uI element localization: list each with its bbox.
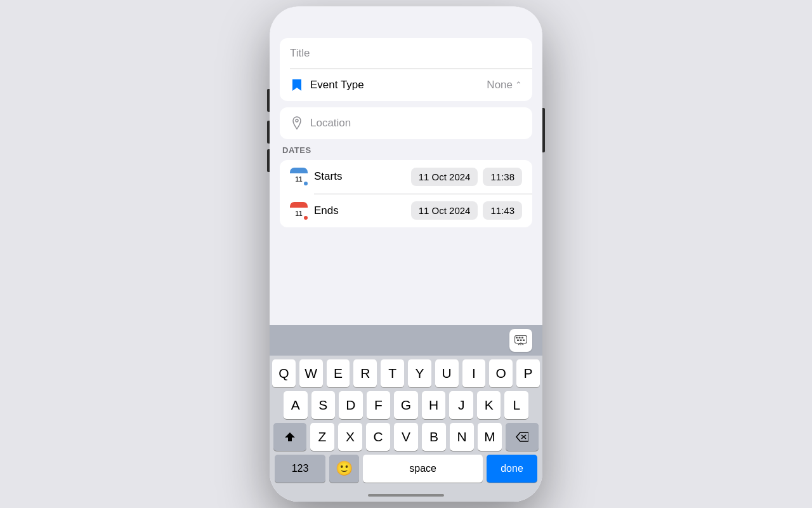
starts-date-buttons: 11 Oct 2024 11:38 bbox=[411, 168, 522, 186]
keyboard-row-1: Q W E R T Y U I O P bbox=[272, 359, 540, 387]
starts-label: Starts bbox=[314, 170, 342, 183]
key-p[interactable]: P bbox=[516, 359, 540, 387]
spacer bbox=[270, 227, 542, 325]
key-f[interactable]: F bbox=[367, 391, 391, 419]
key-x[interactable]: X bbox=[338, 423, 362, 451]
ends-row-left: 11 Ends bbox=[290, 202, 341, 220]
svg-rect-6 bbox=[520, 340, 522, 342]
bookmark-icon bbox=[290, 78, 304, 92]
event-type-none: None bbox=[487, 79, 513, 91]
ends-row: 11 Ends 11 Oct 2024 11:43 bbox=[280, 194, 532, 227]
starts-row-left: 11 Starts bbox=[290, 168, 342, 185]
svg-rect-4 bbox=[521, 337, 523, 339]
title-event-section: Event Type None ⌃ bbox=[270, 38, 542, 101]
space-key[interactable]: space bbox=[363, 455, 483, 483]
event-type-row[interactable]: Event Type None ⌃ bbox=[280, 69, 532, 101]
keyboard: Q W E R T Y U I O P A S D F G bbox=[270, 356, 542, 489]
keyboard-row-2: A S D F G H J K L bbox=[272, 391, 540, 419]
key-a[interactable]: A bbox=[284, 391, 308, 419]
key-d[interactable]: D bbox=[339, 391, 363, 419]
ends-label: Ends bbox=[314, 204, 339, 217]
key-j[interactable]: J bbox=[449, 391, 473, 419]
dates-card: 11 Starts 11 Oct 2024 11:38 bbox=[280, 160, 532, 228]
key-u[interactable]: U bbox=[435, 359, 459, 387]
key-v[interactable]: V bbox=[394, 423, 418, 451]
phone-screen: Event Type None ⌃ bbox=[270, 6, 542, 502]
numbers-key[interactable]: 123 bbox=[275, 455, 325, 483]
svg-rect-3 bbox=[519, 337, 521, 339]
shift-key[interactable] bbox=[273, 423, 306, 451]
key-e[interactable]: E bbox=[327, 359, 350, 387]
svg-point-0 bbox=[296, 119, 298, 122]
ends-calendar-icon: 11 bbox=[290, 202, 308, 220]
svg-rect-5 bbox=[517, 340, 519, 342]
location-placeholder: Location bbox=[310, 117, 351, 130]
location-card[interactable]: Location bbox=[280, 107, 532, 139]
svg-rect-2 bbox=[516, 337, 518, 339]
key-y[interactable]: Y bbox=[408, 359, 431, 387]
home-indicator-bar bbox=[270, 489, 542, 502]
phone-frame: Event Type None ⌃ bbox=[270, 6, 542, 502]
key-s[interactable]: S bbox=[311, 391, 336, 419]
ends-date-buttons: 11 Oct 2024 11:43 bbox=[411, 201, 522, 220]
dates-section: DATES 11 Starts bbox=[270, 145, 542, 228]
title-input[interactable] bbox=[280, 38, 532, 69]
keyboard-toolbar bbox=[270, 325, 542, 356]
key-z[interactable]: Z bbox=[310, 423, 334, 451]
chevron-icon: ⌃ bbox=[515, 80, 522, 90]
keyboard-row-3: Z X C V B N M bbox=[272, 423, 540, 451]
location-icon bbox=[290, 116, 304, 130]
svg-rect-7 bbox=[523, 340, 525, 342]
home-indicator bbox=[368, 494, 444, 497]
done-key[interactable]: done bbox=[487, 455, 537, 483]
ends-time-pill[interactable]: 11:43 bbox=[483, 201, 522, 220]
keyboard-bottom-row: 123 🙂 space done bbox=[272, 455, 540, 483]
key-l[interactable]: L bbox=[504, 391, 528, 419]
key-m[interactable]: M bbox=[478, 423, 502, 451]
keyboard-dismiss-button[interactable] bbox=[509, 329, 532, 352]
key-w[interactable]: W bbox=[299, 359, 323, 387]
key-o[interactable]: O bbox=[489, 359, 513, 387]
key-t[interactable]: T bbox=[381, 359, 404, 387]
event-type-value: None ⌃ bbox=[487, 79, 522, 91]
ends-date-pill[interactable]: 11 Oct 2024 bbox=[411, 201, 478, 220]
key-b[interactable]: B bbox=[422, 423, 446, 451]
key-i[interactable]: I bbox=[462, 359, 486, 387]
key-r[interactable]: R bbox=[353, 359, 377, 387]
location-section: Location bbox=[270, 107, 542, 139]
key-q[interactable]: Q bbox=[272, 359, 296, 387]
event-type-left: Event Type bbox=[290, 78, 364, 92]
safe-area-top bbox=[270, 6, 542, 38]
key-k[interactable]: K bbox=[477, 391, 501, 419]
starts-row: 11 Starts 11 Oct 2024 11:38 bbox=[280, 160, 532, 194]
dates-label: DATES bbox=[280, 145, 532, 160]
starts-date-pill[interactable]: 11 Oct 2024 bbox=[411, 168, 478, 186]
key-h[interactable]: H bbox=[422, 391, 446, 419]
key-n[interactable]: N bbox=[450, 423, 474, 451]
starts-time-pill[interactable]: 11:38 bbox=[483, 168, 522, 186]
key-g[interactable]: G bbox=[394, 391, 418, 419]
title-event-card: Event Type None ⌃ bbox=[280, 38, 532, 101]
event-type-label: Event Type bbox=[310, 79, 364, 91]
delete-key[interactable] bbox=[506, 423, 539, 451]
emoji-key[interactable]: 🙂 bbox=[329, 455, 359, 483]
starts-calendar-icon: 11 bbox=[290, 168, 308, 185]
content-area: Event Type None ⌃ bbox=[270, 38, 542, 502]
key-c[interactable]: C bbox=[366, 423, 390, 451]
